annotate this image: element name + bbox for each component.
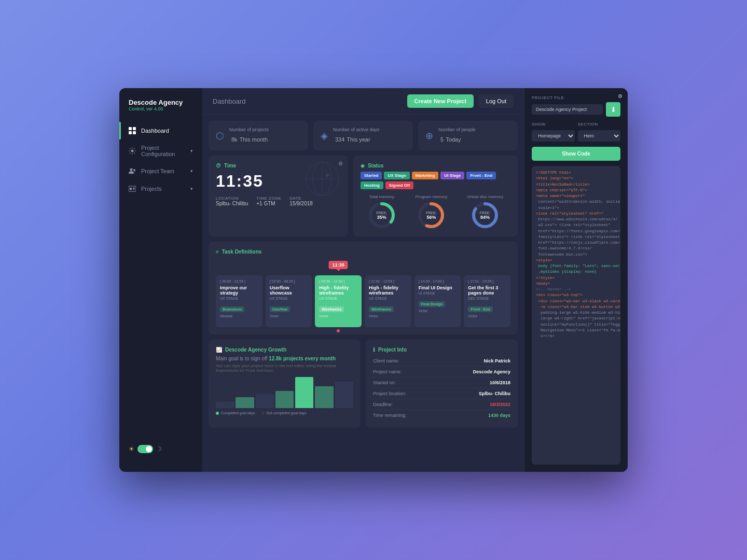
growth-highlight: 12.8k projects every month <box>269 356 336 361</box>
code-preview: <!DOCTYPE html><html lang="en"><title>No… <box>532 166 620 465</box>
legend-not-completed: Not completed goal days <box>261 411 307 415</box>
timezone-value: +1 GTM <box>256 201 281 206</box>
bottom-row: ⚙ 📈 Descode Agency Growth Main goal is t… <box>209 340 518 428</box>
chevron-down-icon: ▾ <box>190 169 193 174</box>
globe-decoration <box>301 161 343 199</box>
sidebar-item-projects[interactable]: Projects ▾ <box>119 180 202 198</box>
panel-show-label: SHOW <box>532 122 575 127</box>
panel-show-section: SHOW Homepage <box>532 122 575 142</box>
sidebar-item-project-configuration[interactable]: Project Configuration ▾ <box>119 139 202 162</box>
sidebar-logo: Descode Agency Control, ver 4.00 <box>119 99 202 122</box>
info-key: Project name: <box>373 369 402 374</box>
theme-toggle[interactable]: ☀ ☽ <box>129 445 162 453</box>
brand-name: Descode Agency <box>129 99 193 106</box>
svg-point-4 <box>131 150 134 152</box>
svg-rect-1 <box>133 127 136 130</box>
status-tag: Started <box>361 172 382 179</box>
code-line: href="https://fonts.googleapis.com/css? <box>536 229 616 234</box>
bar-5 <box>315 386 333 408</box>
task-card-header: ≡ Task Definitions <box>216 249 510 255</box>
logout-button[interactable]: Log Out <box>479 94 514 108</box>
panel-section-section: SECTION Hero <box>578 122 621 142</box>
panel-project-file-label: PROJECT FILE <box>532 95 620 100</box>
svg-rect-2 <box>129 131 132 134</box>
growth-card: ⚙ 📈 Descode Agency Growth Main goal is t… <box>209 340 361 428</box>
configuration-icon <box>129 147 136 155</box>
task-stage: UX STAGE <box>220 297 258 300</box>
show-select[interactable]: Homepage <box>532 130 575 142</box>
task-stage: UX STAGE <box>270 297 308 300</box>
task-time-range: [ 00:00 - 01:59 ] <box>220 279 258 283</box>
panel-select-row: Descode Agency Project ⬇ <box>532 102 620 117</box>
location-label: LOCATION <box>216 196 248 201</box>
info-key: Started on: <box>373 380 396 385</box>
task-stage: UX STAGE <box>369 297 407 300</box>
project-info-header: ℹ Project Info <box>373 347 510 353</box>
task-time-range: [ 14:00 - 17:00 ] <box>419 279 457 283</box>
status-icon: ◈ <box>361 163 365 169</box>
code-line: <link rel="stylesheet" href=" <box>536 211 616 217</box>
code-line: Navigation Menu"><i class="fa fa-bars"><… <box>536 328 616 333</box>
svg-rect-10 <box>133 189 134 190</box>
create-project-button[interactable]: Create New Project <box>407 94 474 108</box>
memory-item-virtual: Virtual disc memory FREE:84% <box>467 194 503 229</box>
dashboard-body: ⬡ Number of projects 8kThis month ◈ Numb… <box>202 115 524 472</box>
info-row-location: Project location: Splbu- Chilibu <box>373 388 510 399</box>
info-icon: ℹ <box>373 347 375 353</box>
time-card: ⚙ ⏱ Time 11:35 LOCATION Splbu- Chilibu T… <box>209 156 348 236</box>
code-line: <title>NotSoBad</title> <box>536 182 616 188</box>
task-assignee: Victor <box>419 309 457 313</box>
info-row-client: Client name: Nick Patrick <box>373 356 510 367</box>
info-key: Project location: <box>373 391 406 396</box>
stat-value: 8kThis month <box>229 133 269 144</box>
stat-content: Number of projects 8kThis month <box>229 127 269 144</box>
sidebar-item-project-team[interactable]: Project Team ▾ <box>119 162 202 180</box>
info-val: Nick Patrick <box>483 358 510 363</box>
task-name: High - fidelity wireframes <box>369 285 407 296</box>
clock-icon: ⏱ <box>216 163 221 169</box>
code-line: href="https://cdnjs.cloudflare.com/ajax/… <box>536 240 616 246</box>
task-tag: Front - End <box>468 306 492 312</box>
brand-subtitle: Control, ver 4.00 <box>129 106 193 111</box>
days-stat-icon: ◈ <box>321 130 328 142</box>
main-content: Dashboard Create New Project Log Out ⬡ N… <box>202 88 524 472</box>
task-time-range: [ 08:30 - 12:00 ] <box>319 279 357 283</box>
code-line: <style> <box>536 258 616 263</box>
donut-center-program: FREE:56% <box>426 211 437 220</box>
svg-point-6 <box>133 169 135 171</box>
theme-toggle-track[interactable] <box>137 445 153 453</box>
page-title: Dashboard <box>213 97 246 105</box>
right-panel: PROJECT FILE Descode Agency Project ⬇ SH… <box>524 88 628 472</box>
section-select[interactable]: Hero <box>578 130 621 142</box>
panel-section-label: SECTION <box>578 122 621 127</box>
current-time-bubble: 11:35 <box>329 261 348 269</box>
date-value: 15/9/2018 <box>289 201 313 206</box>
toggle-thumb <box>146 446 152 452</box>
task-tag: Wireframes <box>369 306 394 312</box>
bar-4 <box>295 377 313 408</box>
code-line: <a class="w3-bar-item w3-button w3- <box>536 304 616 310</box>
sidebar: Descode Agency Control, ver 4.00 Dashboa… <box>119 88 202 472</box>
memory-label: Virtual disc memory <box>467 194 503 199</box>
stat-value: 5Today <box>438 133 476 144</box>
current-time-dot <box>337 329 340 332</box>
task-assignee: Victor <box>270 314 308 318</box>
middle-row: ⚙ ⏱ Time 11:35 LOCATION Splbu- Chilibu T… <box>209 156 518 236</box>
task-assignee: Victor <box>369 314 407 318</box>
growth-main-text: Main goal is to sign off 12.8k projects … <box>216 356 353 361</box>
sidebar-item-dashboard[interactable]: Dashboard <box>119 122 202 139</box>
project-file-select[interactable]: Descode Agency Project <box>532 104 603 115</box>
chevron-down-icon: ▾ <box>190 148 193 153</box>
task-name: Improve our strategy <box>220 285 258 296</box>
show-code-button[interactable]: Show Code <box>532 147 620 161</box>
code-line: large w3-right" href="javascript:void(0)… <box>536 316 616 321</box>
task-assignee: Victor <box>319 314 357 318</box>
header: Dashboard Create New Project Log Out <box>202 88 524 115</box>
task-item: [ 17:01 - 23:59 ] Get the first 3 pages … <box>464 275 510 327</box>
location-value: Splbu- Chilibu <box>216 201 248 206</box>
code-line: padding-large w3-hide-medium w3-hide- <box>536 310 616 316</box>
code-line: w3.css"> <link rel="stylesheet" <box>536 222 616 228</box>
task-item: [ 14:00 - 17:00 ] Final UI Design UI STA… <box>414 275 461 327</box>
code-line: fontawesome.min.css"> <box>536 252 616 258</box>
download-button[interactable]: ⬇ <box>606 102 620 117</box>
